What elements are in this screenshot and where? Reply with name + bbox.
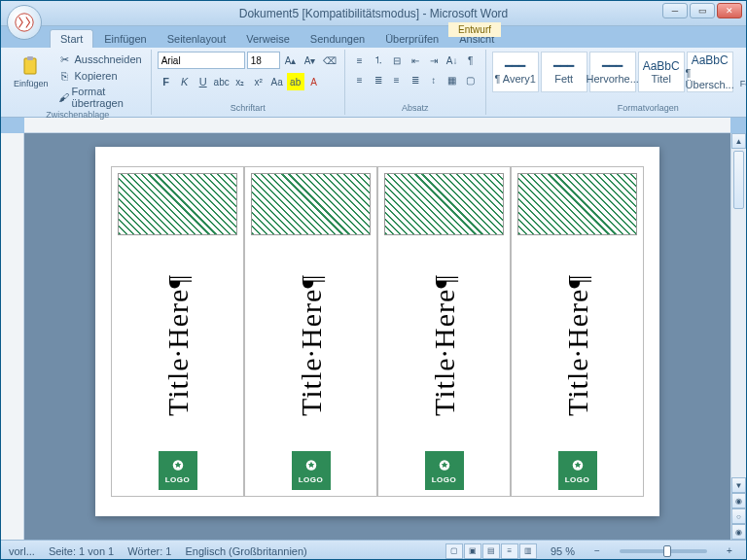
style-fett[interactable]: ━━━Fett xyxy=(541,52,587,92)
zoom-level[interactable]: 95 % xyxy=(551,545,575,557)
spine-panel-2[interactable]: Title·Here¶ LOGO xyxy=(244,166,377,497)
ruler-horizontal[interactable] xyxy=(24,118,730,133)
language-status[interactable]: Englisch (Großbritannien) xyxy=(185,545,306,557)
group-label: Absatz xyxy=(351,103,480,113)
logo-box[interactable]: LOGO xyxy=(558,451,597,490)
view-buttons: ▢ ▣ ▤ ≡ ▥ xyxy=(445,543,537,559)
paste-button[interactable]: Einfügen xyxy=(11,52,52,92)
numbering-button[interactable]: ⒈ xyxy=(370,52,387,69)
scroll-thumb[interactable] xyxy=(733,151,744,209)
clear-format-button[interactable]: ⌫ xyxy=(321,52,338,69)
font-color-button[interactable]: A xyxy=(305,73,323,90)
strike-button[interactable]: abc xyxy=(213,73,231,90)
outdent-button[interactable]: ⇤ xyxy=(407,52,424,69)
style-uebersch[interactable]: AaBbC¶ Übersch... xyxy=(687,52,733,92)
font-size-select[interactable] xyxy=(247,52,280,69)
view-full-screen[interactable]: ▣ xyxy=(464,543,481,559)
scroll-down-button[interactable]: ▼ xyxy=(731,477,746,493)
align-right-button[interactable]: ≡ xyxy=(388,71,406,88)
format-painter-button[interactable]: 🖌Format übertragen xyxy=(55,85,145,110)
view-web[interactable]: ▤ xyxy=(482,543,500,559)
zoom-in-button[interactable]: + xyxy=(721,542,738,560)
spine-panel-4[interactable]: Title·Here¶ LOGO xyxy=(511,166,644,497)
view-outline[interactable]: ≡ xyxy=(501,543,518,559)
tab-start[interactable]: Start xyxy=(50,29,93,48)
zoom-out-button[interactable]: − xyxy=(588,542,606,560)
multilevel-button[interactable]: ⊟ xyxy=(388,52,406,69)
tab-layout[interactable]: Seitenlayout xyxy=(158,30,236,48)
shading-button[interactable]: ▦ xyxy=(444,71,461,88)
hatched-box[interactable] xyxy=(517,173,637,235)
sort-button[interactable]: A↓ xyxy=(444,52,461,69)
minimize-button[interactable]: ─ xyxy=(662,3,688,18)
style-hervorhe[interactable]: ━━━Hervorhe... xyxy=(589,52,636,92)
view-draft[interactable]: ▥ xyxy=(519,543,537,559)
group-clipboard: Einfügen ✂Ausschneiden ⎘Kopieren 🖌Format… xyxy=(5,50,152,115)
bullets-button[interactable]: ≡ xyxy=(351,52,369,69)
tab-review[interactable]: Überprüfen xyxy=(375,30,448,48)
prev-page-button[interactable]: ◉ xyxy=(731,493,746,508)
spine-title[interactable]: Title·Here¶ xyxy=(161,239,195,451)
view-print-layout[interactable]: ▢ xyxy=(445,543,463,559)
close-button[interactable]: ✕ xyxy=(717,3,742,18)
browse-object-button[interactable]: ○ xyxy=(731,508,746,524)
tab-mailings[interactable]: Sendungen xyxy=(301,30,374,48)
brush-icon: 🖌 xyxy=(58,90,69,104)
style-avery1[interactable]: ━━━¶ Avery1 xyxy=(492,52,539,92)
borders-button[interactable]: ▢ xyxy=(462,71,480,88)
spine-panel-1[interactable]: Title·Here¶ LOGO xyxy=(111,166,244,497)
tab-references[interactable]: Verweise xyxy=(236,30,300,48)
office-button[interactable] xyxy=(7,5,42,40)
font-family-select[interactable] xyxy=(158,52,245,69)
align-center-button[interactable]: ≣ xyxy=(370,71,387,88)
style-titel[interactable]: AaBbCTitel xyxy=(638,52,685,92)
style-gallery[interactable]: ━━━¶ Avery1 ━━━Fett ━━━Hervorhe... AaBbC… xyxy=(492,52,733,92)
indent-button[interactable]: ⇥ xyxy=(425,52,443,69)
show-marks-button[interactable]: ¶ xyxy=(462,52,480,69)
logo-box[interactable]: LOGO xyxy=(425,451,464,490)
word-count[interactable]: Wörter: 1 xyxy=(127,545,171,557)
zoom-slider[interactable] xyxy=(620,549,707,553)
hatched-box[interactable] xyxy=(251,173,371,235)
zoom-thumb[interactable] xyxy=(663,545,671,557)
ribbon: Einfügen ✂Ausschneiden ⎘Kopieren 🖌Format… xyxy=(1,48,746,118)
spine-title[interactable]: Title·Here¶ xyxy=(295,239,328,451)
cut-button[interactable]: ✂Ausschneiden xyxy=(55,52,145,67)
scissors-icon: ✂ xyxy=(58,52,72,66)
underline-button[interactable]: U xyxy=(195,73,212,90)
hatched-box[interactable] xyxy=(384,173,504,235)
shrink-font-button[interactable]: A▾ xyxy=(302,52,319,69)
grow-font-button[interactable]: A▴ xyxy=(282,52,300,69)
align-left-button[interactable]: ≡ xyxy=(351,71,369,88)
next-page-button[interactable]: ◉ xyxy=(731,524,746,540)
maximize-button[interactable]: ▭ xyxy=(690,3,715,18)
document-canvas[interactable]: Title·Here¶ LOGO Title·Here¶ LOGO Title·… xyxy=(24,133,730,540)
copy-button[interactable]: ⎘Kopieren xyxy=(55,68,145,84)
paste-icon xyxy=(19,54,43,78)
statusbar: vorl... Seite: 1 von 1 Wörter: 1 Englisc… xyxy=(1,540,746,560)
hatched-box[interactable] xyxy=(118,173,237,235)
group-paragraph: ≡ ⒈ ⊟ ⇤ ⇥ A↓ ¶ ≡ ≣ ≡ ≣ ↕ ▦ ▢ Absatz xyxy=(345,50,486,115)
change-styles-button[interactable]: A Formatvorlagen ändern xyxy=(737,52,747,102)
superscript-button[interactable]: x² xyxy=(250,73,267,90)
case-button[interactable]: Aa xyxy=(268,73,286,90)
scrollbar-vertical[interactable]: ▲ ▼ ◉ ○ ◉ xyxy=(730,133,746,540)
logo-box[interactable]: LOGO xyxy=(159,451,197,490)
tab-insert[interactable]: Einfügen xyxy=(94,30,156,48)
line-spacing-button[interactable]: ↕ xyxy=(425,71,443,88)
justify-button[interactable]: ≣ xyxy=(407,71,424,88)
logo-box[interactable]: LOGO xyxy=(292,451,331,490)
group-label: Schriftart xyxy=(158,103,338,113)
highlight-button[interactable]: ab xyxy=(287,73,304,90)
subscript-button[interactable]: x₂ xyxy=(231,73,249,90)
page-status[interactable]: Seite: 1 von 1 xyxy=(49,545,114,557)
ruler-vertical[interactable] xyxy=(1,133,24,540)
bold-button[interactable]: F xyxy=(158,73,175,90)
group-label: Formatvorlagen xyxy=(492,103,747,113)
scroll-up-button[interactable]: ▲ xyxy=(731,133,746,149)
italic-button[interactable]: K xyxy=(176,73,194,90)
spine-title[interactable]: Title·Here¶ xyxy=(561,239,594,451)
context-subtab[interactable]: Entwurf xyxy=(448,22,501,37)
spine-title[interactable]: Title·Here¶ xyxy=(428,239,461,451)
spine-panel-3[interactable]: Title·Here¶ LOGO xyxy=(377,166,511,497)
